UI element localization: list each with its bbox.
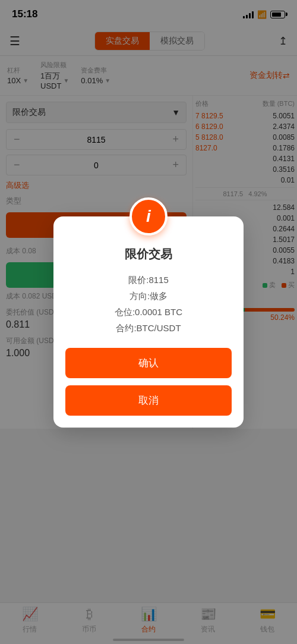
modal-info: 限价:8115 方向:做多 仓位:0.0001 BTC 合约:BTC/USDT — [68, 272, 229, 336]
confirm-button[interactable]: 确认 — [65, 348, 232, 378]
modal-card: i 限价交易 限价:8115 方向:做多 仓位:0.0001 BTC 合约:BT… — [53, 216, 244, 428]
modal-overlay: i 限价交易 限价:8115 方向:做多 仓位:0.0001 BTC 合约:BT… — [0, 0, 297, 644]
cancel-button[interactable]: 取消 — [65, 385, 232, 416]
modal-title: 限价交易 — [68, 246, 229, 262]
modal-icon: i — [129, 197, 168, 235]
